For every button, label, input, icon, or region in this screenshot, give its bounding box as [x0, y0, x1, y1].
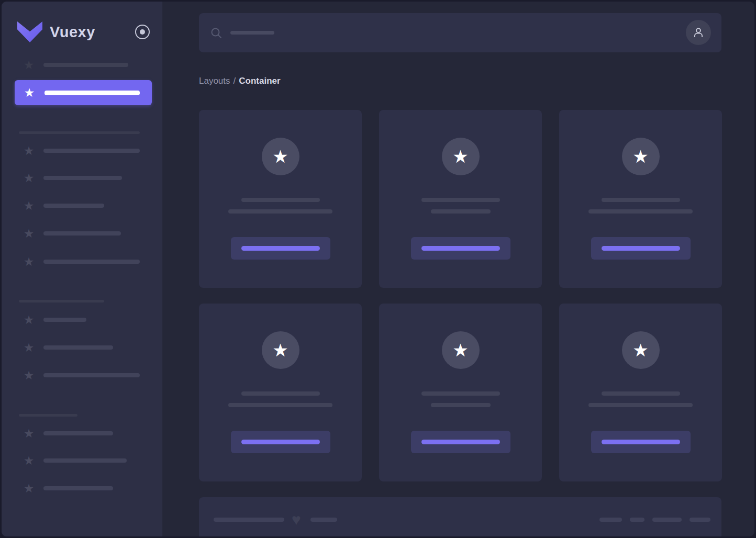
- sidebar-item[interactable]: ★: [2, 144, 140, 157]
- skeleton-bar: [43, 458, 127, 463]
- star-icon: ★: [22, 59, 36, 71]
- skeleton-bar: [588, 403, 693, 407]
- skeleton-bar: [602, 198, 680, 202]
- card-avatar-circle: ★: [442, 138, 480, 175]
- skeleton-bar: [43, 431, 113, 435]
- card-action-button[interactable]: [231, 237, 330, 260]
- skeleton-bar: [431, 209, 491, 214]
- skeleton-bar: [43, 231, 121, 236]
- placeholder-card: ★: [559, 110, 722, 288]
- sidebar-item[interactable]: ★: [2, 255, 140, 268]
- footer-card: ♥: [199, 497, 721, 538]
- brand-name: Vuexy: [50, 21, 95, 42]
- star-icon: ★: [22, 227, 36, 240]
- sidebar-item[interactable]: ★: [2, 199, 104, 212]
- button-label-bar: [602, 440, 680, 444]
- button-label-bar: [421, 440, 500, 444]
- app-window: Vuexy ★ ★ ★ ★ ★ ★ ★: [0, 0, 756, 538]
- card-avatar-circle: ★: [622, 138, 660, 175]
- skeleton-bar: [43, 318, 86, 322]
- sidebar-item[interactable]: ★: [2, 172, 122, 184]
- placeholder-card: ★: [379, 110, 542, 288]
- search-icon: [210, 27, 223, 39]
- person-icon: [692, 26, 705, 39]
- sidebar-item[interactable]: ★: [2, 313, 86, 326]
- sidebar-section-header: [19, 300, 104, 302]
- skeleton-bar: [241, 391, 320, 396]
- footer-row: ♥: [214, 512, 710, 527]
- sidebar-item-active[interactable]: ★: [15, 80, 152, 105]
- skeleton-bar: [421, 391, 500, 396]
- sidebar-section-header: [19, 131, 140, 134]
- star-icon: ★: [22, 427, 36, 440]
- sidebar-item[interactable]: ★: [2, 341, 113, 354]
- card-grid: ★ ★ ★: [199, 110, 722, 481]
- star-icon: ★: [22, 199, 36, 212]
- skeleton-bar: [43, 373, 140, 377]
- card-avatar-circle: ★: [262, 138, 299, 175]
- card-avatar-circle: ★: [262, 331, 299, 369]
- star-icon: ★: [452, 341, 468, 359]
- star-icon: ★: [272, 341, 288, 359]
- button-label-bar: [421, 246, 500, 251]
- placeholder-card: ★: [199, 304, 362, 481]
- star-icon: ★: [22, 369, 36, 382]
- star-icon: ★: [632, 341, 648, 359]
- skeleton-bar: [602, 391, 680, 396]
- skeleton-bar: [43, 486, 113, 490]
- skeleton-bar: [43, 176, 122, 180]
- skeleton-bar: [228, 403, 332, 407]
- skeleton-bar: [652, 518, 682, 522]
- skeleton-bar: [43, 345, 113, 350]
- button-label-bar: [241, 440, 320, 444]
- star-icon: ★: [22, 454, 36, 467]
- skeleton-bar: [43, 63, 128, 67]
- star-icon: ★: [452, 148, 468, 165]
- card-action-button[interactable]: [411, 431, 510, 453]
- star-icon: ★: [22, 313, 36, 326]
- card-action-button[interactable]: [591, 431, 691, 453]
- sidebar-item[interactable]: ★: [2, 59, 128, 71]
- star-icon: ★: [22, 341, 36, 354]
- placeholder-card: ★: [559, 304, 722, 481]
- skeleton-bar: [690, 518, 710, 522]
- brand-area[interactable]: Vuexy: [17, 21, 95, 42]
- star-icon: ★: [22, 172, 36, 184]
- heart-icon: ♥: [292, 512, 301, 527]
- menu-pin-toggle[interactable]: [135, 25, 150, 39]
- star-icon: ★: [22, 482, 36, 495]
- card-action-button[interactable]: [231, 431, 330, 453]
- placeholder-card: ★: [199, 110, 362, 288]
- sidebar-item[interactable]: ★: [2, 227, 121, 240]
- sidebar-item[interactable]: ★: [2, 369, 140, 382]
- star-icon: ★: [272, 148, 288, 165]
- search-input[interactable]: [199, 13, 721, 52]
- skeleton-bar: [421, 198, 500, 202]
- skeleton-bar: [45, 91, 140, 95]
- star-icon: ★: [22, 144, 36, 157]
- breadcrumb-separator: /: [234, 76, 236, 86]
- sidebar-item[interactable]: ★: [2, 427, 113, 440]
- card-avatar-circle: ★: [442, 331, 480, 369]
- main-content: Layouts/Container ★ ★: [162, 2, 754, 536]
- skeleton-bar: [310, 518, 337, 522]
- skeleton-bar: [599, 518, 622, 522]
- card-avatar-circle: ★: [622, 331, 660, 369]
- star-icon: ★: [22, 255, 36, 268]
- placeholder-card: ★: [379, 304, 542, 481]
- breadcrumb-section[interactable]: Layouts: [199, 76, 230, 86]
- footer-links: [599, 518, 710, 522]
- card-action-button[interactable]: [591, 237, 691, 260]
- button-label-bar: [602, 246, 680, 251]
- skeleton-bar: [630, 518, 644, 522]
- sidebar-section-header: [19, 414, 77, 417]
- sidebar: Vuexy ★ ★ ★ ★ ★ ★ ★: [2, 2, 163, 536]
- skeleton-bar: [43, 204, 104, 208]
- skeleton-bar: [241, 198, 320, 202]
- card-action-button[interactable]: [411, 237, 510, 260]
- skeleton-bar: [43, 149, 140, 153]
- user-avatar-button[interactable]: [686, 20, 711, 45]
- sidebar-item[interactable]: ★: [2, 454, 127, 467]
- sidebar-item[interactable]: ★: [2, 482, 113, 495]
- skeleton-bar: [43, 260, 140, 264]
